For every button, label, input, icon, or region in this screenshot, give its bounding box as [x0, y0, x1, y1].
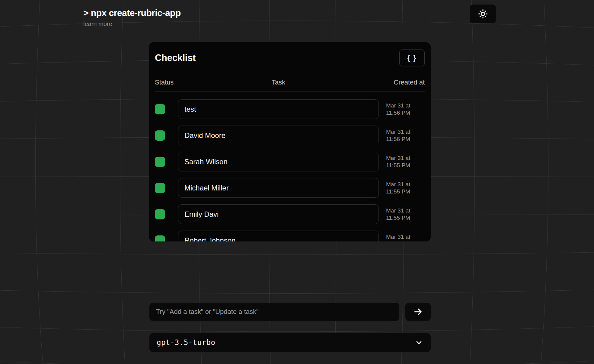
column-header-task: Task [178, 78, 379, 86]
app-root: > npx create-rubric-app learn more [0, 0, 594, 364]
table-column-headers: Status Task Created at [155, 78, 425, 87]
task-text-input[interactable] [178, 99, 379, 119]
braces-icon: { } [407, 54, 417, 62]
task-status-checkbox[interactable] [155, 235, 165, 242]
task-created-at: Mar 31 at 11:56 PM [379, 102, 425, 117]
task-created-at: Mar 31 at 11:55 PM [379, 207, 425, 222]
column-header-created-at: Created at [379, 78, 425, 86]
task-text-input[interactable] [178, 126, 379, 145]
task-text-input[interactable] [178, 152, 379, 171]
arrow-right-icon [413, 307, 423, 317]
model-select-value: gpt-3.5-turbo [157, 338, 215, 347]
task-created-at: Mar 31 at 11:55 PM [379, 233, 425, 242]
task-row: Mar 31 at 11:55 PM [155, 178, 425, 198]
column-header-status: Status [155, 78, 178, 86]
task-status-checkbox[interactable] [155, 157, 165, 167]
view-json-button[interactable]: { } [399, 49, 425, 66]
task-text-input[interactable] [178, 204, 379, 224]
checklist-card-header: Checklist { } [155, 49, 425, 66]
task-created-at: Mar 31 at 11:55 PM [379, 181, 425, 195]
submit-task-button[interactable] [405, 303, 431, 321]
task-status-checkbox[interactable] [155, 104, 165, 114]
checklist-card: Checklist { } Status Task Created at Mar… [149, 42, 431, 241]
task-composer [149, 303, 431, 321]
theme-toggle-button[interactable] [470, 5, 496, 23]
chevron-down-icon [414, 338, 423, 347]
task-status-checkbox[interactable] [155, 209, 165, 219]
task-text-input[interactable] [178, 231, 379, 241]
sun-icon [478, 9, 488, 19]
task-row: Mar 31 at 11:56 PM [155, 126, 425, 145]
task-row: Mar 31 at 11:56 PM [155, 99, 425, 119]
task-created-at: Mar 31 at 11:55 PM [379, 155, 425, 169]
task-row: Mar 31 at 11:55 PM [155, 152, 425, 171]
model-select[interactable]: gpt-3.5-turbo [149, 333, 431, 352]
app-header: > npx create-rubric-app learn more [83, 8, 181, 27]
page-title: > npx create-rubric-app [83, 8, 181, 18]
task-text-input[interactable] [178, 178, 379, 198]
task-status-checkbox[interactable] [155, 130, 165, 141]
task-rows: Mar 31 at 11:56 PM Mar 31 at 11:56 PM Ma… [155, 99, 425, 241]
composer-input[interactable] [149, 303, 399, 321]
task-status-checkbox[interactable] [155, 183, 165, 193]
checklist-title: Checklist [155, 53, 196, 63]
learn-more-link[interactable]: learn more [83, 21, 112, 27]
task-row: Mar 31 at 11:55 PM [155, 231, 425, 241]
header-divider [155, 91, 425, 91]
task-row: Mar 31 at 11:55 PM [155, 204, 425, 224]
task-created-at: Mar 31 at 11:56 PM [379, 128, 425, 143]
